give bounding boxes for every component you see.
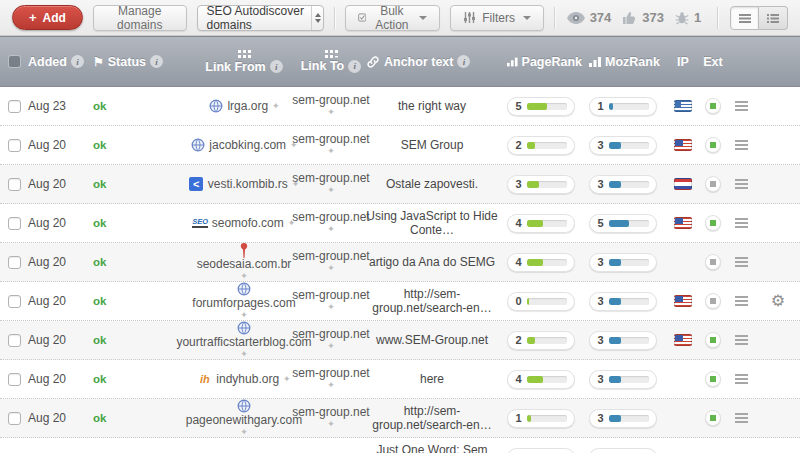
row-menu-icon[interactable] (735, 257, 748, 267)
info-icon[interactable] (348, 60, 361, 73)
header-anchor-text[interactable]: Anchor text (362, 55, 502, 69)
external-link-icon[interactable] (283, 374, 291, 384)
external-link-icon[interactable] (240, 348, 248, 360)
external-link-icon[interactable] (240, 426, 248, 438)
select-all-checkbox[interactable] (8, 55, 21, 68)
link-from-domain[interactable]: lrga.org (227, 99, 268, 113)
external-link-icon[interactable] (327, 107, 335, 118)
bar-chart-icon (507, 57, 518, 67)
row-menu-icon[interactable] (735, 374, 748, 384)
link-from-domain[interactable]: seomofo.com (212, 216, 284, 230)
row-checkbox[interactable] (8, 295, 21, 308)
row-checkbox[interactable] (8, 100, 21, 113)
link-to-domain[interactable]: sem-group.net (292, 212, 369, 223)
link-from-domain[interactable]: indyhub.org (216, 372, 279, 386)
anchor-text: http://sem-group.net/search-en… (362, 404, 502, 432)
row-menu-icon[interactable] (735, 218, 748, 228)
row-menu-icon[interactable] (735, 413, 748, 423)
globe-favicon (237, 399, 251, 413)
header-added[interactable]: Added (28, 55, 90, 69)
detail-view-button[interactable] (759, 6, 788, 30)
external-link-icon[interactable] (327, 185, 335, 196)
header-pagerank[interactable]: PageRank (502, 55, 582, 69)
header-link-to[interactable]: Link To (300, 50, 362, 73)
manage-domains-button[interactable]: Manage domains (93, 5, 187, 31)
row-checkbox[interactable] (8, 139, 21, 152)
header-mozrank[interactable]: MozRank (582, 55, 666, 69)
external-link-icon[interactable] (240, 270, 248, 282)
row-checkbox[interactable] (8, 178, 21, 191)
row-checkbox[interactable] (8, 334, 21, 347)
link-from-domain[interactable]: jacobking.com (209, 138, 286, 152)
external-link-icon[interactable] (272, 101, 280, 111)
add-button[interactable]: + Add (12, 5, 83, 30)
link-to-domain[interactable]: sem-group.net (292, 95, 369, 106)
external-link-icon[interactable] (327, 146, 335, 157)
site-favicon (190, 138, 205, 153)
list-view-button[interactable] (730, 6, 759, 30)
external-link-icon[interactable] (327, 380, 335, 391)
row-checkbox[interactable] (8, 373, 21, 386)
mozrank-pill: 3 (589, 175, 657, 194)
row-checkbox[interactable] (8, 217, 21, 230)
ext-indicator (705, 371, 721, 387)
link-to-domain[interactable]: sem-group.net (292, 407, 369, 418)
globe-favicon (209, 99, 223, 113)
row-checkbox[interactable] (8, 412, 21, 425)
site-favicon (237, 243, 252, 258)
domain-select[interactable]: SEO Autodiscover domains (197, 5, 325, 31)
seo-favicon: SEO (192, 218, 208, 228)
link-from-domain[interactable]: vesti.kombib.rs (208, 177, 288, 191)
thumbs-up-icon (622, 11, 637, 25)
site-favicon: < (189, 177, 204, 192)
country-flag-icon (674, 217, 692, 229)
row-checkbox[interactable] (8, 256, 21, 269)
link-from-domain[interactable]: yourtrafficstarterblog.com (176, 336, 311, 348)
external-link-icon[interactable] (327, 419, 335, 430)
filters-button[interactable]: Filters (450, 5, 544, 31)
table-header: Added ⚑ Status Link From Link To (0, 36, 800, 87)
header-link-from[interactable]: Link From (188, 50, 300, 74)
header-ext[interactable]: Ext (700, 55, 726, 69)
link-from-domain[interactable]: pageonewithgary.com (186, 414, 303, 426)
table-row: Just One Word: Sem Group… (0, 438, 800, 453)
row-menu-icon[interactable] (735, 140, 748, 150)
mozrank-pill: 5 (589, 214, 657, 233)
external-link-icon[interactable] (327, 224, 335, 235)
row-menu-icon[interactable] (735, 101, 748, 111)
link-from-domain[interactable]: seodesaia.com.br (197, 258, 292, 270)
gear-icon[interactable] (771, 293, 785, 309)
external-link-icon[interactable] (327, 341, 335, 352)
external-link-icon[interactable] (240, 309, 248, 321)
bulk-action-button[interactable]: Bulk Action (345, 5, 440, 31)
row-status: ok (93, 217, 106, 229)
link-to-domain[interactable]: sem-group.net (292, 368, 369, 379)
row-status: ok (93, 373, 106, 385)
info-icon[interactable] (150, 55, 163, 68)
pagerank-value: 4 (515, 217, 522, 229)
header-status[interactable]: ⚑ Status (90, 55, 188, 69)
external-link-icon[interactable] (327, 302, 335, 313)
row-menu-icon[interactable] (735, 335, 748, 345)
site-favicon: ih (197, 372, 212, 387)
info-icon[interactable] (71, 55, 84, 68)
table-row: Aug 20 ok forumforpages.com sem-group.ne… (0, 282, 800, 321)
link-from-domain[interactable]: forumforpages.com (192, 297, 295, 309)
header-ip[interactable]: IP (666, 55, 700, 69)
link-to-domain[interactable]: sem-group.net (292, 134, 369, 145)
filter-sliders-icon (463, 11, 476, 24)
link-to-domain[interactable]: sem-group.net (292, 290, 369, 301)
link-to-domain[interactable]: sem-group.net (292, 329, 369, 340)
table-row: Aug 20 ok SEO seomofo.com sem-group.net … (0, 204, 800, 243)
link-to-domain[interactable]: sem-group.net (292, 251, 369, 262)
table-row: Aug 20 ok pageonewithgary.com sem-group.… (0, 399, 800, 438)
detail-view-icon (766, 13, 780, 23)
info-icon[interactable] (270, 60, 283, 73)
external-link-icon[interactable] (327, 263, 335, 274)
row-menu-icon[interactable] (735, 179, 748, 189)
pin-favicon (239, 243, 249, 258)
ext-indicator (705, 215, 721, 231)
link-to-domain[interactable]: sem-group.net (292, 173, 369, 184)
info-icon[interactable] (457, 55, 470, 68)
row-menu-icon[interactable] (735, 296, 748, 306)
